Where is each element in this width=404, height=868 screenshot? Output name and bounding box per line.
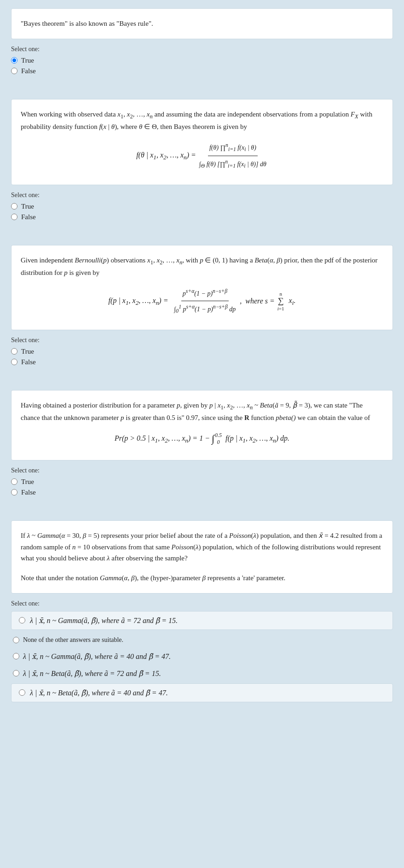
- q5-select-one: Select one:: [11, 600, 393, 607]
- q2-formula: f(θ | x1, x2, …, xn) = f(θ) ∏ni=1 f(xi |…: [21, 140, 383, 172]
- q1-option-false[interactable]: False: [11, 67, 393, 75]
- q4-true-label: True: [21, 478, 34, 486]
- q5-opt5-label: λ | x̄, n ~ Beta(ã, β̃), where ã = 40 an…: [30, 688, 168, 697]
- q4-false-label: False: [21, 489, 36, 496]
- question-3: Given independent Bernoulli(p) observati…: [0, 237, 404, 373]
- q5-radio-opt3[interactable]: [13, 653, 19, 659]
- q3-statement-box: Given independent Bernoulli(p) observati…: [11, 245, 393, 330]
- q3-fraction: ps+α(1 − p)n−s+β ∫01 ps+α(1 − p)n−s+β dp: [173, 286, 237, 316]
- q2-radio-true[interactable]: [11, 203, 17, 210]
- q5-option-4[interactable]: λ | x̄, n ~ Beta(ã, β̃), where ã = 72 an…: [11, 666, 393, 681]
- q4-formula: Pr(p > 0.5 | x1, x2, …, xn) = 1 − ∫ 0.5 …: [21, 431, 383, 447]
- q4-statement: Having obtained a posterior distribution…: [21, 398, 383, 425]
- q3-false-label: False: [21, 358, 36, 366]
- q4-option-false[interactable]: False: [11, 489, 393, 496]
- sep-1: [0, 82, 404, 91]
- sep-4: [0, 504, 404, 512]
- q5-option-3[interactable]: λ | x̄, n ~ Gamma(ã, β̃), where ã = 40 a…: [11, 649, 393, 664]
- q5-radio-opt4[interactable]: [13, 670, 19, 676]
- q5-statement-box: If λ ~ Gamma(α = 30, β = 5) represents y…: [11, 520, 393, 594]
- sep-3: [0, 373, 404, 382]
- q5-opt2-label: None of the other answers are suitable.: [23, 636, 123, 644]
- q5-option-2[interactable]: None of the other answers are suitable.: [11, 634, 393, 647]
- question-4: Having obtained a posterior distribution…: [0, 382, 404, 504]
- q4-option-true[interactable]: True: [11, 478, 393, 486]
- q3-statement: Given independent Bernoulli(p) observati…: [21, 253, 383, 280]
- q3-option-true[interactable]: True: [11, 348, 393, 355]
- q5-radio-opt2[interactable]: [13, 637, 19, 643]
- q5-statement-main: If λ ~ Gamma(α = 30, β = 5) represents y…: [21, 528, 383, 566]
- q2-fraction: f(θ) ∏ni=1 f(xi | θ) ∫Θ f(θ) [∏ni=1 f(xi…: [198, 140, 268, 172]
- q4-statement-box: Having obtained a posterior distribution…: [11, 390, 393, 460]
- q1-true-label: True: [21, 57, 34, 64]
- q1-select-one: Select one:: [11, 46, 393, 53]
- q4-select-one: Select one:: [11, 467, 393, 474]
- q5-radio-opt1[interactable]: [19, 617, 25, 623]
- q4-radio-true[interactable]: [11, 478, 17, 485]
- q5-opt3-label: λ | x̄, n ~ Gamma(ã, β̃), where ã = 40 a…: [23, 652, 171, 661]
- q4-select-area: Select one: True False: [11, 467, 393, 496]
- q5-opt4-label: λ | x̄, n ~ Beta(ã, β̃), where ã = 72 an…: [23, 669, 161, 678]
- q2-true-label: True: [21, 203, 34, 210]
- q5-option-5-box[interactable]: λ | x̄, n ~ Beta(ã, β̃), where ã = 40 an…: [11, 683, 393, 702]
- q1-statement: "Bayes theorem" is also known as "Bayes …: [21, 16, 383, 31]
- q3-select-one: Select one:: [11, 337, 393, 344]
- q3-select-area: Select one: True False: [11, 337, 393, 366]
- q1-radio-true[interactable]: [11, 57, 17, 64]
- question-2: When working with observed data x1, x2, …: [0, 91, 404, 228]
- q2-statement-box: When working with observed data x1, x2, …: [11, 99, 393, 185]
- q1-statement-box: "Bayes theorem" is also known as "Bayes …: [11, 8, 393, 39]
- q3-true-label: True: [21, 348, 34, 355]
- q5-opt1-label: λ | x̄, n ~ Gamma(ã, β̃), where ã = 72 a…: [30, 616, 178, 625]
- q2-option-true[interactable]: True: [11, 203, 393, 210]
- q3-radio-false[interactable]: [11, 359, 17, 365]
- q2-radio-false[interactable]: [11, 214, 17, 220]
- q2-option-false[interactable]: False: [11, 213, 393, 221]
- question-5: If λ ~ Gamma(α = 30, β = 5) represents y…: [0, 512, 404, 711]
- q2-false-label: False: [21, 213, 36, 221]
- q1-radio-false[interactable]: [11, 68, 17, 74]
- q5-radio-opt5[interactable]: [19, 689, 25, 696]
- q4-radio-false[interactable]: [11, 489, 17, 495]
- sep-2: [0, 228, 404, 237]
- q5-option-1-box[interactable]: λ | x̄, n ~ Gamma(ã, β̃), where ã = 72 a…: [11, 611, 393, 630]
- q1-option-true[interactable]: True: [11, 57, 393, 64]
- q3-option-false[interactable]: False: [11, 358, 393, 366]
- q2-select-label: Select one: True False: [11, 192, 393, 221]
- q3-formula: f(p | x1, x2, …, xn) = ps+α(1 − p)n−s+β …: [21, 286, 383, 316]
- q5-statement-note: Note that under the notation Gamma(α, β)…: [21, 571, 383, 586]
- question-1: "Bayes theorem" is also known as "Bayes …: [0, 0, 404, 82]
- q3-radio-true[interactable]: [11, 348, 17, 355]
- q2-select-one: Select one:: [11, 192, 393, 199]
- q2-statement: When working with observed data x1, x2, …: [21, 107, 383, 134]
- q5-select-area: Select one: λ | x̄, n ~ Gamma(ã, β̃), wh…: [11, 600, 393, 702]
- q1-select-label: Select one: True False: [11, 46, 393, 75]
- q1-false-label: False: [21, 67, 36, 75]
